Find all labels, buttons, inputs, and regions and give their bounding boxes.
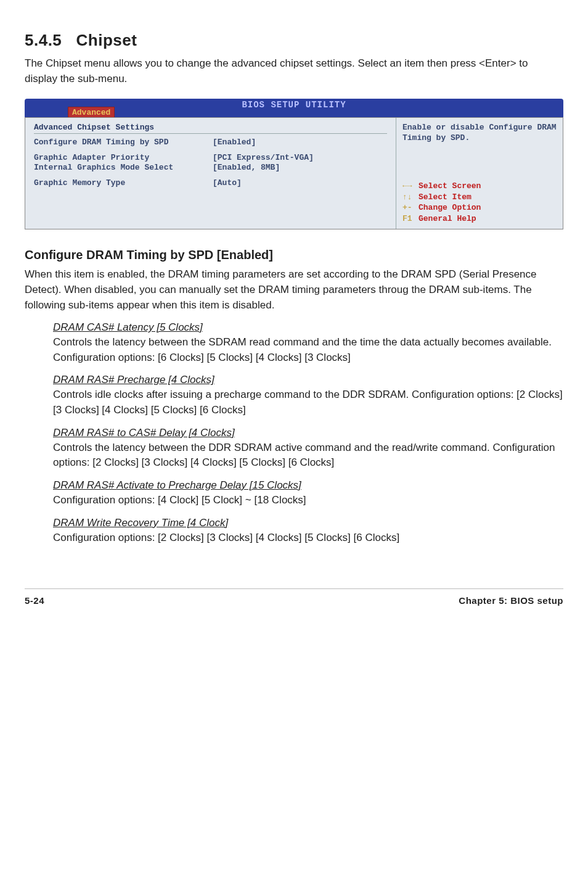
sub-item: DRAM CAS# Latency [5 Clocks] Controls th…	[53, 321, 563, 365]
section-heading: 5.4.5 Chipset	[25, 31, 563, 50]
sub-item-title: DRAM Write Recovery Time [4 Clock]	[53, 517, 563, 529]
bios-titlebar: BIOS SETUP UTILITY Advanced	[25, 99, 563, 117]
sub-item-desc: Controls the latency between the SDRAM r…	[53, 336, 552, 363]
sub-item-title: DRAM RAS# to CAS# Delay [4 Clocks]	[53, 427, 563, 439]
bios-row: Configure DRAM Timing by SPD [Enabled]	[34, 138, 387, 147]
key-icon: ←→	[402, 181, 419, 192]
page-footer: 5-24 Chapter 5: BIOS setup	[25, 588, 563, 606]
section-title: Chipset	[76, 31, 137, 49]
key-label: Select Item	[419, 192, 472, 202]
divider	[34, 133, 387, 134]
bios-label: Graphic Adapter Priority	[34, 153, 213, 162]
bios-value: [Enabled]	[213, 138, 256, 147]
intro-paragraph: The Chipset menu allows you to change th…	[25, 56, 563, 86]
key-icon: +-	[402, 202, 419, 213]
key-label: Select Screen	[419, 181, 481, 191]
subsection-heading: Configure DRAM Timing by SPD [Enabled]	[25, 248, 563, 262]
bios-value: [PCI Express/Int-VGA]	[213, 153, 314, 162]
sub-item: DRAM Write Recovery Time [4 Clock] Confi…	[53, 517, 563, 546]
key-label: General Help	[419, 214, 476, 223]
bios-row: Graphic Adapter Priority [PCI Express/In…	[34, 153, 387, 162]
chapter-label: Chapter 5: BIOS setup	[459, 595, 563, 606]
sub-item: DRAM RAS# Activate to Precharge Delay [1…	[53, 479, 563, 508]
bios-value: [Auto]	[213, 178, 242, 188]
bios-tab-advanced: Advanced	[68, 107, 115, 117]
section-number: 5.4.5	[25, 31, 62, 49]
bios-help-text: Enable or disable Configure DRAM Timing …	[402, 123, 557, 144]
key-label: Change Option	[419, 203, 481, 212]
sub-item-desc: Controls the latency between the DDR SDR…	[53, 442, 555, 469]
bios-left-panel: Advanced Chipset Settings Configure DRAM…	[25, 118, 396, 229]
bios-value: [Enabled, 8MB]	[213, 163, 280, 172]
bios-row: Graphic Memory Type [Auto]	[34, 178, 387, 188]
bios-label: Internal Graphics Mode Select	[34, 163, 213, 172]
bios-section-heading: Advanced Chipset Settings	[34, 123, 387, 132]
bios-row: Internal Graphics Mode Select [Enabled, …	[34, 163, 387, 172]
sub-item: DRAM RAS# to CAS# Delay [4 Clocks] Contr…	[53, 427, 563, 471]
bios-screenshot: BIOS SETUP UTILITY Advanced Advanced Chi…	[25, 99, 563, 229]
sub-item: DRAM RAS# Precharge [4 Clocks] Controls …	[53, 374, 563, 418]
key-icon: ↑↓	[402, 192, 419, 203]
subsection-description: When this item is enabled, the DRAM timi…	[25, 267, 563, 313]
sub-item-desc: Configuration options: [2 Clocks] [3 Clo…	[53, 532, 399, 543]
key-icon: F1	[402, 213, 419, 225]
sub-item-desc: Configuration options: [4 Clock] [5 Cloc…	[53, 494, 306, 506]
bios-label: Configure DRAM Timing by SPD	[34, 138, 213, 147]
sub-item-desc: Controls idle clocks after issuing a pre…	[53, 389, 563, 416]
bios-key-legend: ←→Select Screen ↑↓Select Item +-Change O…	[402, 181, 557, 224]
page-number: 5-24	[25, 595, 44, 606]
sub-item-title: DRAM RAS# Precharge [4 Clocks]	[53, 374, 563, 386]
bios-title: BIOS SETUP UTILITY	[242, 100, 346, 110]
bios-right-panel: Enable or disable Configure DRAM Timing …	[396, 118, 563, 229]
bios-label: Graphic Memory Type	[34, 178, 213, 188]
bios-body: Advanced Chipset Settings Configure DRAM…	[25, 117, 563, 229]
sub-item-title: DRAM CAS# Latency [5 Clocks]	[53, 321, 563, 334]
sub-item-title: DRAM RAS# Activate to Precharge Delay [1…	[53, 479, 563, 492]
